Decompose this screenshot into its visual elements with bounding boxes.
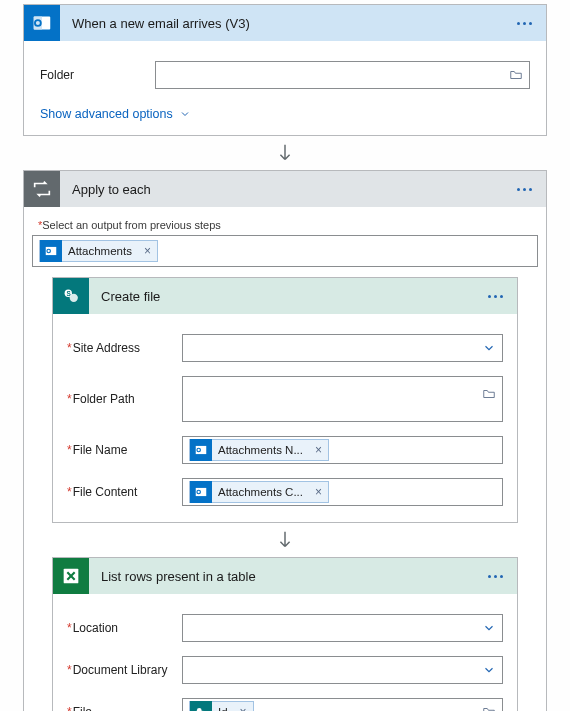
site-address-label: Site Address: [67, 341, 182, 355]
folder-picker-icon[interactable]: [509, 68, 523, 82]
remove-token-icon[interactable]: ×: [309, 443, 328, 457]
list-rows-header[interactable]: List rows present in a table: [53, 558, 517, 594]
folder-label: Folder: [40, 68, 155, 82]
more-icon[interactable]: [513, 16, 536, 31]
more-icon[interactable]: [484, 569, 507, 584]
chevron-down-icon[interactable]: [482, 663, 496, 677]
trigger-header[interactable]: When a new email arrives (V3): [24, 5, 546, 41]
folder-picker-icon[interactable]: [482, 387, 496, 401]
trigger-title: When a new email arrives (V3): [60, 16, 513, 31]
create-file-title: Create file: [89, 289, 484, 304]
flow-arrow-icon: [0, 142, 570, 164]
folder-path-field[interactable]: [182, 376, 503, 422]
attachments-name-token[interactable]: Attachments N... ×: [189, 439, 329, 461]
create-file-card: S Create file Site Address Folder Pat: [52, 277, 518, 523]
file-label: File: [67, 705, 182, 711]
file-name-field[interactable]: Attachments N... ×: [182, 436, 503, 464]
remove-token-icon[interactable]: ×: [138, 244, 157, 258]
outlook-icon: [190, 481, 212, 503]
apply-to-each-title: Apply to each: [60, 182, 513, 197]
apply-to-each-card: Apply to each *Select an output from pre…: [23, 170, 547, 711]
outlook-icon: [40, 240, 62, 262]
id-token[interactable]: Id ×: [189, 701, 254, 711]
chevron-down-icon: [179, 108, 191, 120]
sharepoint-icon: S: [53, 278, 89, 314]
svg-text:S: S: [66, 290, 71, 297]
file-content-field[interactable]: Attachments C... ×: [182, 478, 503, 506]
folder-field[interactable]: [155, 61, 530, 89]
loop-icon: [24, 171, 60, 207]
list-rows-card: List rows present in a table Location Do…: [52, 557, 518, 711]
svg-point-6: [70, 294, 78, 302]
excel-icon: [53, 558, 89, 594]
select-output-field[interactable]: Attachments ×: [32, 235, 538, 267]
outlook-icon: [24, 5, 60, 41]
more-icon[interactable]: [513, 182, 536, 197]
select-output-label: *Select an output from previous steps: [38, 219, 538, 231]
list-rows-title: List rows present in a table: [89, 569, 484, 584]
outlook-icon: [190, 439, 212, 461]
remove-token-icon[interactable]: ×: [234, 705, 253, 711]
remove-token-icon[interactable]: ×: [309, 485, 328, 499]
file-name-label: File Name: [67, 443, 182, 457]
site-address-field[interactable]: [182, 334, 503, 362]
advanced-options-link[interactable]: Show advanced options: [40, 107, 191, 121]
attachments-content-token[interactable]: Attachments C... ×: [189, 481, 329, 503]
document-library-field[interactable]: [182, 656, 503, 684]
apply-to-each-header[interactable]: Apply to each: [24, 171, 546, 207]
create-file-header[interactable]: S Create file: [53, 278, 517, 314]
file-content-label: File Content: [67, 485, 182, 499]
chevron-down-icon[interactable]: [482, 341, 496, 355]
attachments-token[interactable]: Attachments ×: [39, 240, 158, 262]
file-field[interactable]: Id ×: [182, 698, 503, 711]
sharepoint-icon: [190, 701, 212, 711]
folder-path-label: Folder Path: [67, 392, 182, 406]
location-field[interactable]: [182, 614, 503, 642]
flow-arrow-icon: [32, 529, 538, 551]
more-icon[interactable]: [484, 289, 507, 304]
location-label: Location: [67, 621, 182, 635]
document-library-label: Document Library: [67, 663, 182, 677]
chevron-down-icon[interactable]: [482, 621, 496, 635]
folder-picker-icon[interactable]: [482, 705, 496, 711]
trigger-card: When a new email arrives (V3) Folder Sho…: [23, 4, 547, 136]
